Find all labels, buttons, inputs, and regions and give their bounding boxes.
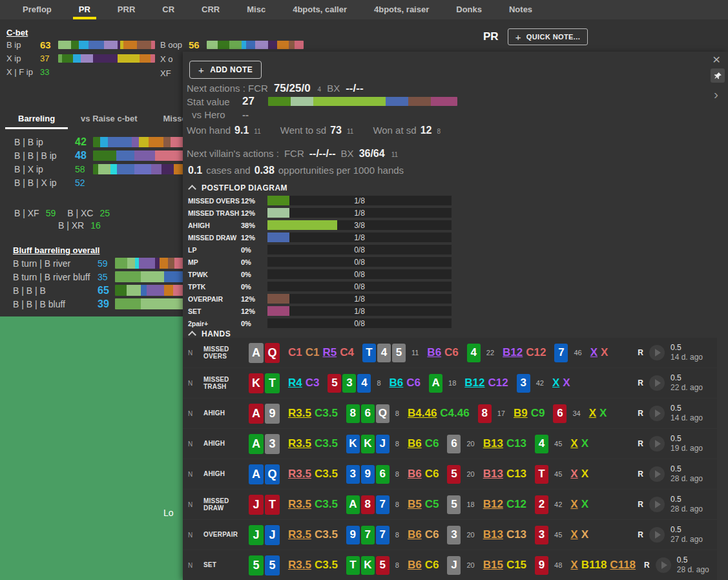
- turn-cards: 8: [478, 404, 492, 423]
- vs-hero-line: vs Hero --: [192, 109, 249, 120]
- hand-row[interactable]: NSET55R3.5C3.5TK58B6C6J20B15C15948XB118C…: [183, 550, 717, 580]
- tab-notes[interactable]: Notes: [495, 0, 546, 19]
- tab-pr[interactable]: PR: [65, 0, 104, 19]
- hand-row[interactable]: NAHIGHAQR3.5C3.53968B6C6520B13C13T45XXR0…: [183, 459, 717, 489]
- stat-row[interactable]: B | B | B ip48: [14, 150, 198, 161]
- villain-bx-sample: 11: [391, 151, 398, 158]
- action-b12: B12: [503, 346, 523, 359]
- tab-misc[interactable]: Misc: [233, 0, 279, 19]
- stat-bar: [207, 41, 304, 49]
- hand-row[interactable]: NAHIGHA9R3.5C3.586Q8B4.46C4.46817B9C9634…: [183, 399, 717, 428]
- stat-value: 37: [40, 54, 58, 63]
- bar-segment: [118, 54, 140, 63]
- hand-row[interactable]: NOVERPAIRJJR3.5C3.59778B6C6320B13C13345X…: [183, 520, 717, 550]
- add-note-button[interactable]: + ADD NOTE: [189, 61, 262, 79]
- play-button[interactable]: [656, 557, 671, 573]
- tab-crr[interactable]: CRR: [188, 0, 233, 19]
- pot-size: 20: [466, 561, 474, 569]
- bar-segment: [151, 41, 155, 49]
- play-button[interactable]: [649, 436, 665, 451]
- action-b13: B13: [483, 468, 503, 481]
- hand-row[interactable]: NAHIGHA3R3.5C3.5KKJ8B6C6620B13C13445XXR0…: [183, 429, 717, 459]
- stat-label: B | B | B bluff: [13, 299, 98, 309]
- bar-segment: [98, 164, 110, 174]
- river-actions: XX: [590, 346, 608, 359]
- tab-4bpots-caller[interactable]: 4bpots, caller: [279, 0, 360, 19]
- chevron-right-icon[interactable]: ›: [714, 87, 718, 102]
- action-r5: R5: [322, 346, 337, 359]
- bar-segment: [123, 41, 137, 49]
- tab-vs-raise-c-bet[interactable]: vs Raise c-bet: [68, 111, 150, 129]
- hands-header[interactable]: HANDS: [188, 329, 231, 338]
- hand-row[interactable]: NMISSED DRAWJTR3.5C3.5A878B5C5518B12C122…: [183, 490, 717, 519]
- tab-preflop[interactable]: Preflop: [9, 0, 65, 19]
- cases-line: 0.1 cases and 0.38 opportunities per 100…: [188, 165, 404, 176]
- hole-cards: AQ: [249, 343, 280, 363]
- stat-row[interactable]: B | B | B65: [13, 285, 185, 296]
- action-r3.5: R3.5: [288, 468, 311, 481]
- action-b6: B6: [408, 437, 422, 450]
- tab-donks[interactable]: Donks: [442, 0, 495, 19]
- hand-category: AHIGH: [203, 440, 240, 448]
- stat-row[interactable]: B | X ip58: [14, 163, 198, 174]
- stat-value: 39: [98, 298, 115, 310]
- stat-row[interactable]: B oop56: [160, 39, 304, 50]
- play-button[interactable]: [649, 406, 665, 421]
- stat-row[interactable]: B | B | X ip52: [14, 177, 198, 188]
- close-icon[interactable]: ×: [712, 52, 720, 67]
- hole-cards-cards: JJ: [249, 525, 280, 545]
- quick-note-button[interactable]: + QUICK NOTE...: [508, 28, 588, 45]
- hole-cards-cards: A3: [249, 434, 280, 454]
- tab-prr[interactable]: PRR: [104, 0, 149, 19]
- stake-bb: 0.5: [671, 434, 709, 444]
- diagram-bar-track: 1/8: [267, 208, 452, 218]
- stat-row[interactable]: B | B ip42: [14, 136, 198, 147]
- stat-label: B oop: [160, 40, 189, 50]
- pot-size: 18: [466, 501, 474, 508]
- hand-row[interactable]: NMISSED OVERSAQC1C1R5C4T4511B6C6422B12C1…: [183, 338, 717, 368]
- bar-segment: [127, 285, 141, 296]
- tab-cr[interactable]: CR: [149, 0, 188, 19]
- stat-row[interactable]: B turn | B river59: [13, 258, 185, 269]
- pot-size: 17: [497, 409, 505, 417]
- hole-card-Kh: K: [249, 373, 264, 393]
- row-prefix: N: [188, 471, 195, 478]
- tab-4bpots-raiser[interactable]: 4bpots, raiser: [360, 0, 442, 19]
- play-button[interactable]: [649, 345, 665, 360]
- row-right-controls: R0.528 d. ago: [638, 495, 717, 514]
- stat-row[interactable]: X ip37: [6, 53, 155, 63]
- action-b118: B118: [581, 559, 607, 572]
- diagram-row: TPTK0%0/8: [183, 280, 461, 293]
- preflop-actions: R3.5C3.5: [288, 468, 338, 481]
- stat-label: B turn | B river bluff: [13, 272, 98, 282]
- bar-segment: [104, 41, 118, 49]
- play-button[interactable]: [649, 527, 665, 543]
- stat-row[interactable]: B turn | B river bluff35: [13, 271, 185, 282]
- preflop-actions: R4C3: [288, 377, 319, 389]
- action-x: X: [590, 346, 598, 359]
- play-button[interactable]: [649, 375, 665, 391]
- postflop-diagram-header[interactable]: POSTFLOP DIAGRAM: [188, 183, 287, 192]
- stat-row[interactable]: B ip63: [6, 39, 155, 50]
- pin-icon[interactable]: [711, 68, 725, 83]
- action-x: X: [601, 346, 608, 359]
- bar-segment: [147, 285, 164, 296]
- bar-segment: [93, 150, 116, 161]
- tab-barreling[interactable]: Barreling: [5, 111, 68, 129]
- stat-row[interactable]: B | B | B bluff39: [13, 298, 185, 309]
- turn: A18: [429, 374, 456, 393]
- turn-actions: B15C15: [483, 559, 526, 572]
- flop-actions: B6C6: [408, 437, 439, 450]
- stat-row[interactable]: X | F ip33: [6, 67, 155, 77]
- play-button[interactable]: [649, 497, 665, 512]
- action-c5: C5: [425, 498, 439, 511]
- bar-segment: [313, 97, 385, 106]
- pot-size: 8: [395, 470, 399, 478]
- diagram-percent: 0%: [241, 246, 262, 254]
- play-button[interactable]: [649, 466, 665, 482]
- stat-value-label: Stat value: [187, 96, 242, 107]
- won-hand-label: Won hand: [187, 125, 231, 136]
- hand-meta: 0.528 d. ago: [677, 555, 716, 575]
- hand-row[interactable]: NMISSED TRASHKTR4C35348B6C6A18B12C12342X…: [183, 368, 717, 398]
- turn-actions: B9C9: [514, 407, 545, 420]
